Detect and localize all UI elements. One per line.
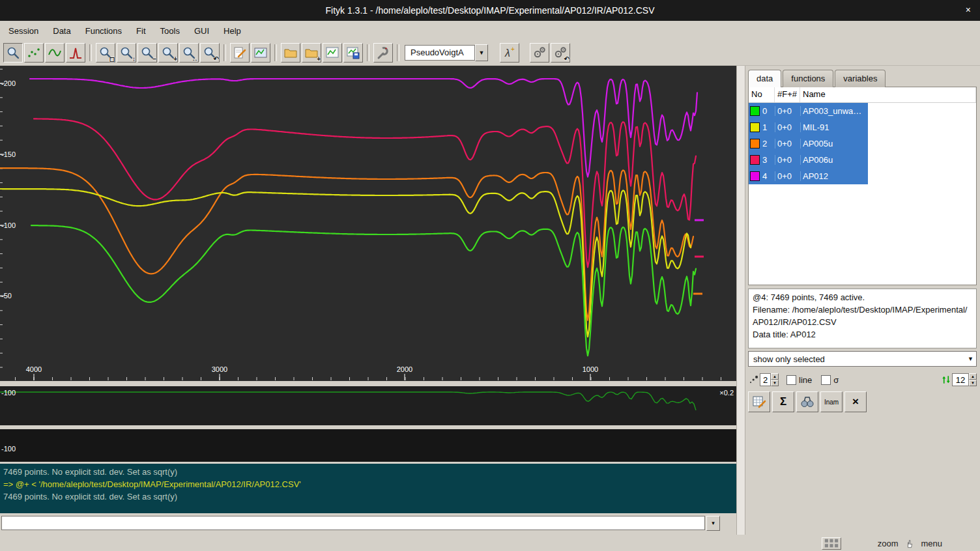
splitter[interactable]	[736, 66, 745, 535]
menu-session[interactable]: Session	[1, 23, 46, 39]
shift-updown-icon[interactable]	[940, 374, 952, 386]
table-row[interactable]: 30+0AP006u	[749, 152, 868, 168]
zoom-all-icon: ◻	[98, 46, 113, 60]
dataset-buttons: ΣInam×	[748, 391, 977, 412]
svg-text:3000: 3000	[212, 365, 227, 373]
point-size-input[interactable]	[760, 373, 771, 386]
point-size-down-icon[interactable]: ▼	[771, 380, 779, 386]
dataset-functions-count: 0+0	[775, 122, 800, 132]
load-data-button[interactable]	[281, 43, 300, 63]
save-image-button[interactable]	[343, 43, 363, 63]
aux-plot-1[interactable]: -100 ×0.2	[0, 386, 736, 425]
zoom-x-button[interactable]: ↔	[179, 43, 199, 63]
image-frame-button[interactable]	[251, 43, 270, 63]
chevron-down-icon[interactable]: ▼	[475, 44, 488, 61]
toolbar: ◻↕−+↔↶+*PseudoVoigtA▼λ+↶	[0, 40, 980, 66]
svg-text:1000: 1000	[583, 365, 598, 373]
zoom-all-button[interactable]: ◻	[96, 43, 115, 63]
data-transform-button[interactable]: *	[373, 43, 393, 63]
color-swatch	[750, 155, 760, 165]
menu-tools[interactable]: Tools	[153, 23, 187, 39]
toolbar-separator	[367, 44, 369, 61]
menu-functions[interactable]: Functions	[78, 23, 129, 39]
mode-zoom-button[interactable]	[3, 43, 23, 63]
image-frame-icon	[253, 46, 268, 60]
svg-text:-150: -150	[1, 150, 16, 158]
menu-gui[interactable]: GUI	[187, 23, 216, 39]
edit-data-button[interactable]	[748, 391, 770, 412]
rename-button[interactable]: Inam	[820, 391, 843, 412]
table-row[interactable]: 00+0AP003_unwa…	[749, 103, 868, 119]
color-swatch	[750, 171, 760, 181]
color-swatch	[750, 106, 760, 116]
point-size-up-icon[interactable]: ▲	[771, 373, 779, 380]
table-row[interactable]: 20+0AP005u	[749, 135, 868, 152]
fit-undo-icon: ↶	[553, 46, 568, 60]
mode-add-peak-button[interactable]	[66, 43, 85, 63]
table-row[interactable]: 40+0AP012	[749, 168, 868, 184]
shift-input[interactable]	[952, 373, 969, 386]
color-swatch	[750, 139, 760, 148]
delete-button[interactable]: ×	[844, 391, 867, 412]
dataset-number: 2	[762, 139, 767, 148]
fit-undo-button[interactable]: ↶	[551, 43, 570, 63]
toolbar-separator	[223, 44, 226, 61]
add-function-button[interactable]: λ+	[500, 43, 519, 63]
function-type-select[interactable]: PseudoVoigtA▼	[405, 44, 488, 61]
zoom-in-icon: +	[161, 46, 175, 60]
sigma-checkbox[interactable]	[821, 375, 831, 385]
zoom-previous-icon: ↶	[203, 46, 217, 60]
svg-text:2000: 2000	[397, 365, 412, 373]
inspect-button[interactable]	[796, 391, 818, 412]
menu-data[interactable]: Data	[46, 23, 78, 39]
dataset-name: AP006u	[800, 155, 868, 165]
zoom-out-button[interactable]: −	[137, 43, 157, 63]
dataset-functions-count: 0+0	[775, 106, 800, 116]
script-editor-button[interactable]	[230, 43, 250, 63]
column-header[interactable]: Name	[800, 87, 976, 102]
command-input[interactable]	[1, 516, 705, 530]
menu-help[interactable]: Help	[216, 23, 248, 39]
fit-run-button[interactable]	[530, 43, 549, 63]
mode-background-button[interactable]	[45, 43, 65, 63]
window-title: Fityk 1.3.1 - /home/aleplo/test/Desktop/…	[325, 5, 654, 16]
column-header[interactable]: #F+#	[775, 87, 800, 102]
dataset-functions-count: 0+0	[775, 139, 800, 148]
close-icon[interactable]: ×	[966, 5, 971, 15]
zoom-previous-button[interactable]: ↶	[200, 43, 220, 63]
tab-variables[interactable]: variables	[835, 70, 886, 87]
info-line: AP012/IR/AP012.CSV	[753, 316, 972, 328]
column-header[interactable]: No	[749, 87, 775, 102]
load-data-custom-button[interactable]: +	[302, 43, 321, 63]
zoom-vertical-button[interactable]: ↕	[117, 43, 136, 63]
zoom-vertical-icon: ↕	[119, 46, 134, 60]
shift-down-icon[interactable]: ▼	[969, 380, 977, 386]
shift-up-icon[interactable]: ▲	[969, 373, 977, 380]
aux-plot-2[interactable]: -100	[0, 429, 736, 462]
data-plot-button[interactable]	[323, 43, 342, 63]
dataset-name: AP012	[800, 171, 868, 181]
menu-fit[interactable]: Fit	[129, 23, 152, 39]
mode-data-range-button[interactable]	[24, 43, 44, 63]
data-plot-icon	[325, 46, 339, 60]
table-row[interactable]: 10+0MIL-91	[749, 119, 868, 135]
status-grid-icon[interactable]	[822, 537, 841, 550]
aux2-y-label: -100	[1, 445, 16, 453]
sum-button[interactable]: Σ	[772, 391, 794, 412]
dataset-functions-count: 0+0	[775, 155, 800, 165]
zoom-in-button[interactable]: +	[158, 43, 178, 63]
statusbar: zoom menu	[0, 535, 980, 551]
color-swatch	[750, 122, 760, 132]
show-only-selected-select[interactable]: show only selected ▼	[748, 351, 977, 367]
tab-data[interactable]: data	[748, 70, 781, 87]
main-plot[interactable]: 4000300020001000-200-150-100-50	[0, 66, 736, 381]
console-line: 7469 points. No explicit std. dev. Set a…	[3, 490, 733, 503]
tab-functions[interactable]: functions	[783, 70, 833, 87]
dataset-name: MIL-91	[800, 122, 868, 132]
dataset-controls: ▲ ▼ line σ ▲ ▼	[748, 372, 977, 388]
table-header: No#F+#Name	[749, 87, 976, 103]
input-history-button[interactable]: ▾	[706, 516, 720, 531]
sidebar-tabs: datafunctionsvariables	[748, 70, 977, 87]
line-checkbox[interactable]	[786, 375, 796, 385]
menu-hint-label: menu	[921, 539, 942, 548]
